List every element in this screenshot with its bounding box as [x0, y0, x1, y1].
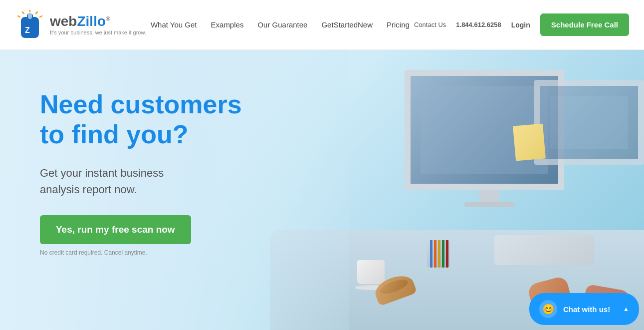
chat-label: Chat with us!: [563, 305, 610, 314]
hero-subtext: Get your instant business analysis repor…: [40, 165, 242, 198]
hero-headline-line2: to find you?: [40, 120, 188, 149]
secondary-monitor: [534, 80, 644, 190]
cup-body: [357, 260, 385, 284]
header-right: Contact Us 1.844.612.6258 Login Schedule…: [414, 13, 629, 36]
svg-text:Z: Z: [25, 26, 30, 34]
site-header: Z webZillo® It's your business, we just …: [0, 0, 644, 50]
hero-subtext-line2: analysis report now.: [40, 183, 137, 196]
nav-item-pricing[interactable]: Pricing: [387, 20, 410, 29]
login-link[interactable]: Login: [511, 21, 530, 29]
svg-rect-7: [28, 12, 32, 19]
hero-subtext-line1: Get your instant business: [40, 167, 164, 179]
svg-line-2: [22, 12, 24, 13]
hero-headline: Need customers to find you?: [40, 90, 242, 150]
contact-us-link[interactable]: Contact Us: [414, 21, 446, 28]
main-nav: What You Get Examples Our Guarantee GetS…: [146, 20, 414, 29]
logo-tagline: It's your business, we just make it grow…: [50, 29, 146, 35]
nav-item-examples[interactable]: Examples: [211, 20, 244, 29]
secondary-monitor-screen: [534, 80, 644, 165]
logo-icon: Z: [15, 10, 45, 40]
cta-button[interactable]: Yes, run my free scan now: [40, 215, 191, 244]
no-credit-card-disclaimer: No credit card required. Cancel anytime.: [40, 249, 242, 256]
nav-item-get-started[interactable]: GetStartedNew: [321, 20, 373, 29]
chat-icon: 😊: [539, 300, 557, 318]
schedule-free-call-button[interactable]: Schedule Free Call: [540, 13, 629, 36]
sticky-note: [513, 124, 546, 161]
nav-item-what-you-get[interactable]: What You Get: [151, 20, 197, 29]
monitor-base: [464, 202, 514, 207]
logo-area: Z webZillo® It's your business, we just …: [15, 10, 146, 40]
hero-headline-line1: Need customers: [40, 90, 242, 119]
hero-section: Need customers to find you? Get your ins…: [0, 50, 644, 330]
pencil-cup: [427, 240, 449, 268]
phone-number: 1.844.612.6258: [456, 21, 501, 28]
nav-item-our-guarantee[interactable]: Our Guarantee: [257, 20, 307, 29]
hero-content: Need customers to find you? Get your ins…: [40, 90, 242, 256]
logo-web-text: web: [50, 13, 77, 29]
chat-chevron-icon: ▲: [623, 306, 629, 313]
chat-widget[interactable]: 😊 Chat with us! ▲: [529, 293, 639, 325]
logo-title: webZillo®: [50, 14, 146, 28]
svg-line-1: [36, 12, 37, 13]
pencil-holder: [427, 240, 449, 280]
svg-line-3: [40, 16, 42, 17]
svg-line-4: [18, 16, 20, 17]
logo-zillo-text: Zillo: [77, 13, 106, 29]
logo-text: webZillo® It's your business, we just ma…: [50, 14, 146, 35]
monitor-stand: [479, 190, 499, 202]
